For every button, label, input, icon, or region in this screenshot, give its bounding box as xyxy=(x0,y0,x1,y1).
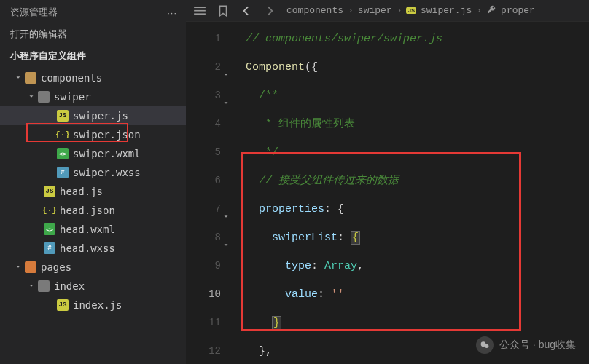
breadcrumb-part[interactable]: swiper xyxy=(358,5,392,16)
editor-topbar: components › swiper › JS swiper.js › pro… xyxy=(186,0,589,22)
json-file-icon: {·} xyxy=(44,205,55,216)
chevron-right-icon: › xyxy=(476,5,482,16)
chevron-down-icon xyxy=(32,224,42,234)
tree-file[interactable]: #head.wxss xyxy=(0,239,186,258)
js-file-icon: JS xyxy=(57,110,69,122)
fold-icon[interactable] xyxy=(222,204,230,232)
watermark-text: 公众号 · bug收集 xyxy=(499,339,576,352)
wxml-file-icon: <> xyxy=(44,223,55,235)
line-number: 6 xyxy=(186,167,221,195)
code-line[interactable]: * 组件的属性列表 xyxy=(246,110,589,138)
svg-rect-1 xyxy=(194,9,206,11)
tree-file[interactable]: <>swiper.wxml xyxy=(0,144,186,163)
tree-item-label: index xyxy=(54,280,85,292)
tree-folder[interactable]: index xyxy=(0,277,186,296)
wxss-file-icon: # xyxy=(57,167,69,178)
more-icon[interactable]: ··· xyxy=(167,7,177,18)
chevron-down-icon xyxy=(45,167,55,178)
chevron-down-icon xyxy=(45,300,55,310)
code-line[interactable]: // components/swiper/swiper.js xyxy=(246,25,589,53)
chevron-down-icon xyxy=(45,111,55,121)
nav-back-icon[interactable] xyxy=(240,4,253,17)
chevron-down-icon xyxy=(13,262,23,272)
js-file-icon: JS xyxy=(44,186,55,197)
tree-item-label: swiper.wxml xyxy=(73,148,141,159)
project-title[interactable]: 小程序自定义组件 xyxy=(0,45,186,67)
tree-file[interactable]: {·}head.json xyxy=(0,201,186,220)
line-number: 1 xyxy=(186,25,221,53)
line-number: 9 xyxy=(186,252,221,280)
tree-item-label: head.wxml xyxy=(60,223,115,235)
breadcrumb-part[interactable]: proper xyxy=(501,5,535,16)
svg-point-4 xyxy=(485,344,488,348)
chevron-down-icon xyxy=(13,73,23,83)
line-gutter: 123456789101112 xyxy=(186,22,231,364)
line-number: 10 xyxy=(186,280,221,309)
tree-folder[interactable]: pages xyxy=(0,258,186,277)
fold-icon[interactable] xyxy=(222,90,230,119)
code-line[interactable]: /** xyxy=(246,82,589,110)
line-number: 11 xyxy=(186,309,221,337)
line-number: 2 xyxy=(186,53,221,82)
explorer-title: 资源管理器 xyxy=(10,6,58,19)
folder-icon xyxy=(25,261,36,273)
chevron-down-icon xyxy=(32,186,42,197)
chevron-right-icon: › xyxy=(348,5,354,16)
wxss-file-icon: # xyxy=(44,242,55,254)
svg-rect-0 xyxy=(194,7,206,8)
tree-item-label: index.js xyxy=(73,299,122,311)
bookmark-icon[interactable] xyxy=(217,4,230,17)
line-number: 3 xyxy=(186,82,221,110)
explorer-sidebar: 资源管理器 ··· 打开的编辑器 小程序自定义组件 componentsswip… xyxy=(0,0,186,364)
breadcrumb-part[interactable]: swiper.js xyxy=(421,5,472,16)
chevron-down-icon xyxy=(32,243,42,253)
tree-file[interactable]: <>head.wxml xyxy=(0,220,186,239)
tree-folder[interactable]: swiper xyxy=(0,87,186,106)
line-number: 12 xyxy=(186,337,221,364)
tree-folder[interactable]: components xyxy=(0,68,186,87)
wechat-icon xyxy=(476,336,494,354)
chevron-down-icon xyxy=(45,149,55,159)
wrench-icon xyxy=(486,4,496,17)
tree-file[interactable]: #swiper.wxss xyxy=(0,163,186,182)
breadcrumb-part[interactable]: components xyxy=(286,5,343,16)
line-number: 8 xyxy=(186,223,221,252)
open-editors-section[interactable]: 打开的编辑器 xyxy=(0,23,186,45)
watermark: 公众号 · bug收集 xyxy=(476,336,576,354)
chevron-down-icon xyxy=(26,92,36,102)
tree-item-label: components xyxy=(41,72,102,84)
folder-icon xyxy=(38,280,50,292)
svg-rect-2 xyxy=(194,13,206,15)
chevron-down-icon xyxy=(32,205,42,215)
js-badge-icon: JS xyxy=(406,7,416,14)
tree-item-label: swiper xyxy=(54,91,91,103)
line-number: 4 xyxy=(186,110,221,138)
line-number: 5 xyxy=(186,138,221,167)
tree-item-label: pages xyxy=(41,261,71,273)
wxml-file-icon: <> xyxy=(57,148,69,159)
tree-item-label: head.json xyxy=(60,205,115,216)
nav-forward-icon[interactable] xyxy=(263,4,276,17)
folder-icon xyxy=(38,91,50,103)
menu-icon[interactable] xyxy=(193,4,206,17)
highlight-annotation-1 xyxy=(26,123,128,142)
file-tree: componentsswiperJSswiper.js{·}swiper.jso… xyxy=(0,67,186,314)
tree-file[interactable]: JShead.js xyxy=(0,182,186,201)
js-file-icon: JS xyxy=(57,299,69,311)
folder-icon xyxy=(25,72,36,84)
tree-item-label: head.js xyxy=(60,186,103,197)
tree-item-label: head.wxss xyxy=(60,242,115,254)
line-number: 7 xyxy=(186,195,221,223)
fold-icon[interactable] xyxy=(222,62,230,90)
tree-item-label: swiper.js xyxy=(73,110,128,122)
chevron-right-icon: › xyxy=(397,5,402,16)
tree-item-label: swiper.wxss xyxy=(73,167,141,178)
highlight-annotation-2 xyxy=(241,152,521,331)
fold-icon[interactable] xyxy=(222,232,230,261)
explorer-header: 资源管理器 ··· xyxy=(0,0,186,23)
breadcrumb[interactable]: components › swiper › JS swiper.js › pro… xyxy=(286,4,582,17)
chevron-down-icon xyxy=(26,281,36,291)
tree-file[interactable]: JSindex.js xyxy=(0,296,186,314)
code-line[interactable]: Component({ xyxy=(246,53,589,82)
